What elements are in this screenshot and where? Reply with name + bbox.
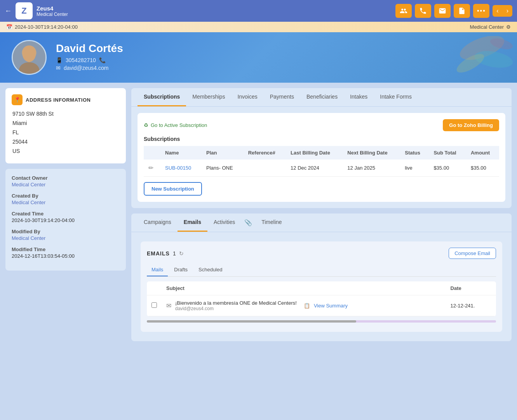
main-content: 📍 ADDRESS INFORMATION 9710 SW 88th St Mi… <box>0 83 517 347</box>
tab-invoices[interactable]: Invoices <box>231 88 263 106</box>
col-sub-total: Sub Total <box>429 146 466 160</box>
top-nav: ← Z Zeus4 Medical Center ••• ‹ › <box>0 0 517 22</box>
modified-by-label: Modified By <box>12 229 120 234</box>
plan-cell: Plans- ONE <box>202 160 244 177</box>
col-date: Date <box>446 281 496 295</box>
address-line-5: US <box>12 148 120 154</box>
profile-decoration <box>400 32 517 83</box>
tab-emails[interactable]: Emails <box>178 213 207 232</box>
mail-tab-scheduled[interactable]: Scheduled <box>194 264 227 276</box>
contact-owner-row: Contact Owner Medical Center <box>12 175 120 187</box>
date-bar-right: Medical Center ⚙ <box>470 24 511 30</box>
date-bar: 📅 2024-10-30T19:14:20-04:00 Medical Cent… <box>0 22 517 32</box>
contact-info-card: Contact Owner Medical Center Created By … <box>5 169 126 271</box>
mail-checkbox-cell[interactable] <box>147 295 162 316</box>
mail-checkbox[interactable] <box>151 302 157 308</box>
last-billing-cell: 12 Dec 2024 <box>286 160 343 177</box>
mail-row: ✉ ¡Bienvenido a la membresía ONE de Medi… <box>147 295 496 316</box>
people-icon-button[interactable] <box>395 4 412 18</box>
phone-number: 3054282710 <box>66 57 96 63</box>
scrollbar-area[interactable] <box>147 320 496 323</box>
view-summary-link[interactable]: View Summary <box>314 303 348 309</box>
nav-icons: ••• ‹ › <box>395 4 512 18</box>
email-icon: ✉ <box>56 65 61 71</box>
new-subscription-button[interactable]: New Subscription <box>144 182 202 196</box>
tab-memberships[interactable]: Memberships <box>186 88 231 106</box>
subscriptions-table-title: Subscriptions <box>144 136 499 142</box>
mail-tab-drafts[interactable]: Drafts <box>169 264 192 276</box>
tab-payments[interactable]: Payments <box>264 88 300 106</box>
status-cell: live <box>400 160 429 177</box>
phone-icon: 📱 <box>56 57 63 63</box>
emails-card: Campaigns Emails Activities 📎 Timeline E… <box>131 213 512 341</box>
subscriptions-card: Subscriptions Memberships Invoices Payme… <box>131 88 512 208</box>
tab-intake-forms[interactable]: Intake Forms <box>374 88 418 106</box>
next-button[interactable]: › <box>503 5 512 17</box>
tab-timeline[interactable]: Timeline <box>255 213 288 232</box>
calendar-icon: 📅 <box>6 24 12 30</box>
mail-envelope-icon: ✉ <box>166 302 171 309</box>
app-logo: Z <box>16 2 33 19</box>
subscriptions-table: Name Plan Reference# Last Billing Date N… <box>144 146 499 177</box>
tab-activities[interactable]: Activities <box>207 213 241 232</box>
more-icon-button[interactable]: ••• <box>473 4 489 18</box>
tab-beneficiaries[interactable]: Beneficiaries <box>300 88 344 106</box>
active-sub-label: Go to Active Subscription <box>151 122 207 128</box>
modified-time-value: 2024-12-16T13:03:54-05:00 <box>12 253 120 259</box>
goto-zoho-button[interactable]: Go to Zoho Billing <box>443 119 499 131</box>
prev-button[interactable]: ‹ <box>493 5 502 17</box>
edit-icon[interactable]: ✏ <box>148 165 153 171</box>
doc-icon-button[interactable] <box>454 4 470 18</box>
name-cell[interactable]: SUB-00150 <box>160 160 202 177</box>
tab-campaigns[interactable]: Campaigns <box>138 213 178 232</box>
main-tab-bar: Subscriptions Memberships Invoices Payme… <box>131 88 512 107</box>
app-title: Zeus4 Medical Center <box>37 5 68 17</box>
emails-count: 1 <box>173 250 176 257</box>
avatar <box>12 40 47 75</box>
attachment-icon[interactable]: 📎 <box>241 213 255 232</box>
address-line-2: Miami <box>12 120 120 126</box>
phone-call-icon: 📞 <box>99 57 106 63</box>
more-dots-icon: ••• <box>477 7 486 14</box>
profile-info: David Cortés 📱 3054282710 📞 ✉ david@zeus… <box>56 42 123 73</box>
emails-content: EMAILS 1 ↻ Compose Email Mails Drafts Sc… <box>141 241 502 332</box>
amount-cell: $35.00 <box>466 160 499 177</box>
modified-by-value: Medical Center <box>12 235 120 241</box>
sub-total-cell: $35.00 <box>429 160 466 177</box>
emails-count-group: EMAILS 1 ↻ <box>147 250 184 257</box>
modified-by-row: Modified By Medical Center <box>12 229 120 241</box>
contact-owner-label: Contact Owner <box>12 175 120 181</box>
mail-icon-button[interactable] <box>434 4 451 18</box>
tab-intakes[interactable]: Intakes <box>344 88 374 106</box>
col-reference: Reference# <box>244 146 286 160</box>
edit-cell[interactable]: ✏ <box>144 160 160 177</box>
mail-header-row: Subject Date <box>147 281 496 295</box>
profile-name: David Cortés <box>56 42 123 55</box>
table-header-row: Name Plan Reference# Last Billing Date N… <box>144 146 499 160</box>
mail-sub-tabs: Mails Drafts Scheduled <box>147 264 496 277</box>
col-next-billing: Next Billing Date <box>343 146 400 160</box>
compose-email-button[interactable]: Compose Email <box>449 248 496 259</box>
mail-table: Subject Date ✉ <box>147 281 496 316</box>
settings-icon: ⚙ <box>506 24 511 30</box>
subscriptions-section: ♻ Go to Active Subscription Go to Zoho B… <box>138 113 505 202</box>
table-row: ✏ SUB-00150 Plans- ONE 12 Dec 2024 12 Ja… <box>144 160 499 177</box>
tab-subscriptions[interactable]: Subscriptions <box>138 88 186 106</box>
col-edit <box>144 146 160 160</box>
mail-subject-group: ¡Bienvenido a la membresía ONE de Medica… <box>175 300 297 311</box>
active-sub-link[interactable]: ♻ Go to Active Subscription <box>144 122 207 128</box>
back-button[interactable]: ← <box>5 7 12 15</box>
emails-label: EMAILS <box>147 250 170 257</box>
modified-time-label: Modified Time <box>12 246 120 252</box>
refresh-icon[interactable]: ↻ <box>179 250 184 257</box>
col-status: Status <box>400 146 429 160</box>
emails-header: EMAILS 1 ↻ Compose Email <box>147 248 496 259</box>
created-time-row: Created Time 2024-10-30T19:14:20-04:00 <box>12 211 120 223</box>
phone-icon-button[interactable] <box>415 4 431 18</box>
col-subject: Subject <box>162 281 446 295</box>
date-bar-org: Medical Center <box>470 24 504 30</box>
created-by-label: Created By <box>12 193 120 199</box>
created-time-value: 2024-10-30T19:14:20-04:00 <box>12 217 120 223</box>
col-amount: Amount <box>466 146 499 160</box>
mail-tab-mails[interactable]: Mails <box>147 264 168 276</box>
